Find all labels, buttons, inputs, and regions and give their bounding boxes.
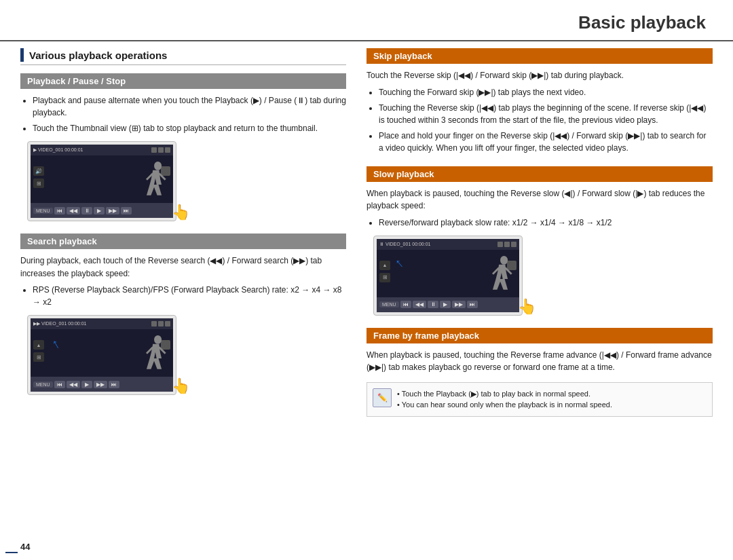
cursor-hand-3: 👆 xyxy=(518,298,536,316)
grid-icon: ⊞ xyxy=(33,179,44,188)
note-content: • Touch the Playback (▶) tab to play bac… xyxy=(397,388,612,411)
playback-pause-stop-list: Playback and pause alternate when you to… xyxy=(20,94,346,134)
ctrl-skip-fwd[interactable]: ⏭ xyxy=(121,207,132,214)
ctrl-play-2[interactable]: ▶ xyxy=(81,381,92,388)
ctrl-fwd-2[interactable]: ▶▶ xyxy=(94,381,107,388)
device-screen-container-3: ⏸ VIDEO_001 00:00:01 ▲ ⊞ xyxy=(373,236,523,316)
search-playback-header: Search playback xyxy=(20,234,346,249)
note-bullet-2: • You can hear sound only when the playb… xyxy=(397,399,612,411)
top-bar-icons-2 xyxy=(151,321,170,326)
top-bar-icons-3 xyxy=(497,242,516,247)
figure-silhouette-3 xyxy=(485,255,516,296)
skip-playback-intro: Touch the Reverse skip (|◀◀) / Forward s… xyxy=(366,69,713,82)
left-column: Various playback operations Playback / P… xyxy=(20,48,346,429)
menu-btn-3[interactable]: MENU xyxy=(379,301,399,307)
control-bar-1: MENU ⏮ ◀◀ ⏸ ▶ ▶▶ ⏭ xyxy=(31,203,173,218)
left-side-icons: 🔊 ⊞ xyxy=(33,166,44,188)
control-bar-2: MENU ⏮ ◀◀ ▶ ▶▶ ⏭ xyxy=(31,377,173,392)
page-number-bar xyxy=(5,552,18,553)
blue-bar-icon xyxy=(20,48,24,62)
cursor-hand-1: 👆 xyxy=(172,204,190,221)
search-playback-section: Search playback During playback, each to… xyxy=(20,234,346,395)
svg-point-0 xyxy=(154,162,162,170)
list-item: Touching the Forward skip (▶▶|) tab play… xyxy=(379,86,713,98)
cursor-hand-2: 👆 xyxy=(172,377,190,395)
mini-icon-1 xyxy=(151,147,157,153)
mini-icon-5 xyxy=(158,321,164,326)
main-layout: Various playback operations Playback / P… xyxy=(0,48,733,429)
ctrl-rev-2[interactable]: ◀◀ xyxy=(67,381,80,388)
search-playback-intro: During playback, each touch of the Rever… xyxy=(20,255,346,280)
ctrl-skip-fwd-2[interactable]: ⏭ xyxy=(109,381,119,388)
ctrl-rev[interactable]: ◀◀ xyxy=(67,207,80,214)
ctrl-pause[interactable]: ⏸ xyxy=(81,207,92,214)
list-item: Reverse/forward playback slow rate: x1/2… xyxy=(379,217,713,229)
ctrl-skip-fwd-3[interactable]: ⏭ xyxy=(467,301,478,308)
frame-by-frame-intro: When playback is paused, touching the Re… xyxy=(366,349,713,374)
ctrl-skip-back-3[interactable]: ⏮ xyxy=(400,301,411,308)
playback-pause-stop-section: Playback / Pause / Stop Playback and pau… xyxy=(20,73,346,221)
skip-playback-header: Skip playback xyxy=(366,48,713,64)
skip-playback-section: Skip playback Touch the Reverse skip (|◀… xyxy=(366,48,713,154)
device-screen-container: ▶ VIDEO_001 00:00:01 🔊 ⊞ xyxy=(27,141,176,221)
top-bar-text: ▶ VIDEO_001 00:00:01 xyxy=(33,147,149,153)
mini-icon-8 xyxy=(504,242,510,247)
note-box: ✏️ • Touch the Playback (▶) tab to play … xyxy=(366,382,713,417)
grid-icon-3: ⊞ xyxy=(379,273,390,282)
ctrl-skip-back[interactable]: ⏮ xyxy=(54,207,65,214)
right-column: Skip playback Touch the Reverse skip (|◀… xyxy=(366,48,713,429)
list-item: Place and hold your finger on the Revers… xyxy=(379,130,713,154)
mini-icon-4 xyxy=(151,321,157,326)
control-bar-3: MENU ⏮ ◀◀ ⏸ ▶ ▶▶ ⏭ xyxy=(377,297,519,312)
page-title-area: Basic playback xyxy=(0,0,733,41)
left-section-title: Various playback operations xyxy=(29,50,167,61)
slow-playback-section: Slow playback When playback is paused, t… xyxy=(366,166,713,316)
mini-icon-2 xyxy=(158,147,164,153)
device-screen-2: ▲ ⊞ ↑ xyxy=(31,329,173,377)
device-screen-3: ▲ ⊞ ↑ xyxy=(377,250,519,297)
menu-btn[interactable]: MENU xyxy=(33,208,53,214)
skip-playback-list: Touching the Forward skip (▶▶|) tab play… xyxy=(366,86,713,154)
device-mockup-2: ▶▶ VIDEO_001 00:00:01 ▲ ⊞ xyxy=(27,315,183,395)
list-item: Touching the Reverse skip (|◀◀) tab play… xyxy=(379,102,713,126)
slow-playback-header: Slow playback xyxy=(366,166,713,182)
ctrl-skip-back-2[interactable]: ⏮ xyxy=(54,381,65,388)
grid-icon-2: ⊞ xyxy=(33,352,44,362)
frame-by-frame-header: Frame by frame playback xyxy=(366,328,713,343)
blue-arrow-pointer: ↑ xyxy=(49,335,62,352)
figure-silhouette-1 xyxy=(139,161,170,202)
device-mockup-3: ⏸ VIDEO_001 00:00:01 ▲ ⊞ xyxy=(373,236,529,316)
ctrl-pause-3[interactable]: ⏸ xyxy=(428,301,438,308)
page-title: Basic playback xyxy=(578,12,706,33)
note-bullet-1: • Touch the Playback (▶) tab to play bac… xyxy=(397,388,612,400)
list-item: RPS (Reverse Playback Search)/FPS (Forwa… xyxy=(33,284,346,308)
menu-btn-2[interactable]: MENU xyxy=(33,381,53,388)
ctrl-play-3[interactable]: ▶ xyxy=(440,301,451,308)
mini-icon-9 xyxy=(511,242,516,247)
svg-point-6 xyxy=(500,256,508,265)
ctrl-play[interactable]: ▶ xyxy=(94,207,105,214)
ctrl-fwd-3[interactable]: ▶▶ xyxy=(452,301,466,308)
note-icon: ✏️ xyxy=(373,388,392,407)
top-bar-text-3: ⏸ VIDEO_001 00:00:01 xyxy=(379,242,495,246)
top-bar-icons xyxy=(151,147,170,153)
slow-playback-list: Reverse/forward playback slow rate: x1/2… xyxy=(366,217,713,229)
device-screen-container-2: ▶▶ VIDEO_001 00:00:01 ▲ ⊞ xyxy=(27,315,176,395)
volume-icon: 🔊 xyxy=(33,166,44,176)
device-top-bar: ▶ VIDEO_001 00:00:01 xyxy=(31,145,173,155)
mini-icon-3 xyxy=(165,147,170,153)
mini-icon-6 xyxy=(165,321,170,326)
left-side-icons-2: ▲ ⊞ xyxy=(33,340,44,362)
playback-pause-stop-header: Playback / Pause / Stop xyxy=(20,73,346,89)
left-section-title-bar: Various playback operations xyxy=(20,48,346,65)
device-screen-1: 🔊 ⊞ xyxy=(31,155,173,203)
volume-icon-3: ▲ xyxy=(379,261,390,270)
search-playback-list: RPS (Reverse Playback Search)/FPS (Forwa… xyxy=(20,284,346,308)
top-bar-text-2: ▶▶ VIDEO_001 00:00:01 xyxy=(33,321,149,326)
slow-playback-intro: When playback is paused, touching the Re… xyxy=(366,187,713,212)
svg-point-3 xyxy=(154,335,162,344)
frame-by-frame-section: Frame by frame playback When playback is… xyxy=(366,328,713,417)
ctrl-rev-3[interactable]: ◀◀ xyxy=(413,301,426,308)
page-number: 44 xyxy=(20,542,30,552)
ctrl-fwd[interactable]: ▶▶ xyxy=(106,207,119,214)
